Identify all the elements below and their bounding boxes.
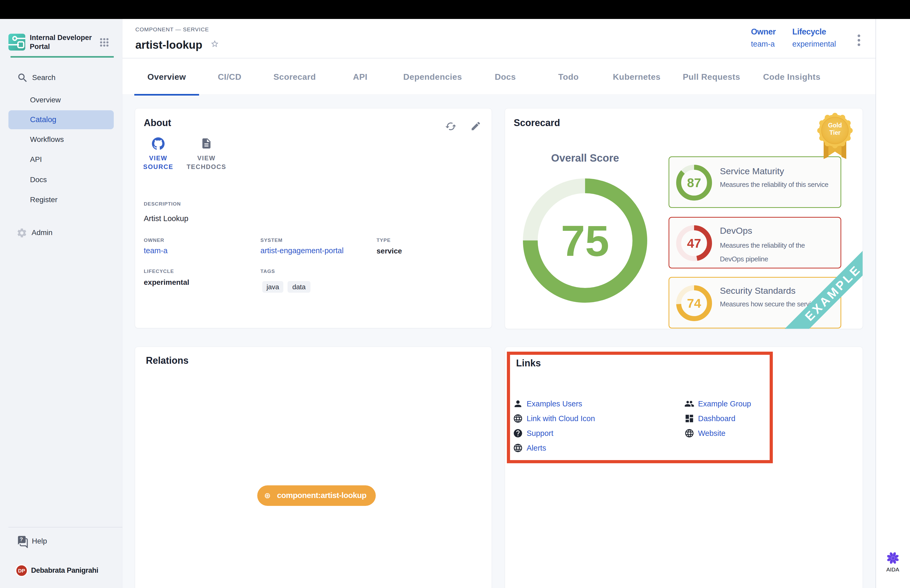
svg-text:47: 47	[687, 236, 701, 250]
svg-text:74: 74	[687, 296, 701, 310]
svg-text:Tier: Tier	[829, 129, 840, 136]
svg-text:?: ?	[19, 536, 23, 542]
svg-text:75: 75	[561, 216, 609, 265]
svg-text:Gold: Gold	[828, 122, 842, 129]
svg-text:87: 87	[687, 176, 701, 190]
